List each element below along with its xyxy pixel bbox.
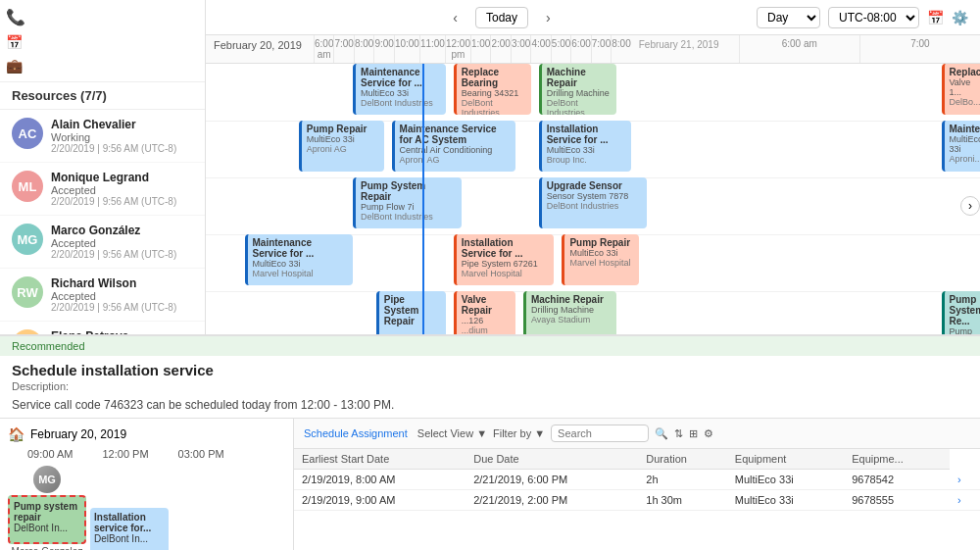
event-card[interactable]: Pump Repair MultiEco 33i Marvel Hospital: [562, 234, 639, 285]
event-title: Pump Repair: [569, 237, 634, 248]
settings2-icon[interactable]: ⚙: [704, 427, 713, 440]
nav-center: ‹ Today ›: [447, 7, 556, 28]
avatar: RW: [12, 276, 43, 308]
resource-time: 2/20/2019 | 9:56 AM (UTC-8): [51, 143, 193, 154]
resource-status: Accepted: [51, 184, 193, 196]
event-card[interactable]: Machine Repair Drilling Machine DelBont …: [539, 64, 616, 115]
event-title: Installation Service for ...: [462, 237, 550, 259]
event-card[interactable]: Pump Repair MultiEco 33i Aproni AG: [299, 121, 384, 172]
event-title: Pump System Repair: [361, 180, 457, 202]
time-label: 10:00: [394, 35, 419, 63]
columns-icon[interactable]: ⊞: [689, 427, 698, 440]
avatar: AC: [12, 118, 43, 149]
filter-by-btn[interactable]: Filter by ▼: [493, 427, 545, 439]
event-org: Aproni AG: [307, 144, 379, 154]
event-org: DelBont Industries: [462, 98, 526, 115]
event-card[interactable]: Maintenance Service for ... MultiEco 33i…: [245, 234, 354, 285]
sidebar-icon-group: 📞 📅 💼: [0, 0, 205, 82]
time-label: 1:00: [470, 35, 490, 63]
resource-time: 2/20/2019 | 9:56 AM (UTC-8): [51, 302, 193, 313]
briefcase-icon[interactable]: 💼: [6, 58, 199, 74]
phone-icon[interactable]: 📞: [6, 8, 199, 26]
resource-item[interactable]: RW Richard Wilson Accepted 2/20/2019 | 9…: [0, 269, 205, 322]
popup-times: 09:00 AM 12:00 PM 03:00 PM: [206, 448, 285, 460]
calendar-icon2[interactable]: 📅: [927, 10, 944, 25]
event-sub: MultiEco 33i: [950, 134, 981, 154]
timezone-select[interactable]: UTC-08:00: [828, 7, 919, 28]
table-row[interactable]: 2/19/2019, 8:00 AM2/21/2019, 6:00 PM2hMu…: [294, 470, 980, 490]
resource-item[interactable]: MG Marco González Accepted 2/20/2019 | 9…: [0, 216, 205, 269]
calendar-body: 9:41 › Maintenance Service for ... Multi…: [206, 64, 980, 348]
time-header-right: 6:00 am7:00: [739, 35, 980, 63]
event-title: Maintenance Service for AC System: [400, 124, 511, 145]
table-cell: 9678555: [844, 490, 950, 511]
time-label-right: 6:00 am: [739, 35, 859, 63]
table-cell: 1h 30m: [638, 490, 727, 511]
event-title: Valve Repair: [462, 294, 511, 316]
event-title: Upgrade Sensor: [547, 180, 643, 191]
event-org: DelBo...: [950, 97, 981, 107]
resource-item[interactable]: ML Monique Legrand Accepted 2/20/2019 | …: [0, 163, 205, 216]
popup-right-header: Schedule Assignment Select View ▼ Filter…: [294, 419, 980, 449]
event-title: Machine Repair: [547, 67, 612, 88]
avatar: ML: [12, 171, 43, 202]
table-col-header: Duration: [638, 449, 727, 470]
event-title: Maintenance Service for ...: [361, 67, 441, 88]
event-sub: Sensor System 7878: [547, 191, 643, 201]
popup-location-row: 🏠 February 20, 2019: [206, 426, 285, 442]
event-org: DelBont Industries: [547, 201, 643, 211]
event-sub: Bearing 34321: [462, 88, 526, 98]
table-cell: 2h: [638, 470, 727, 490]
time-label: 2:00: [490, 35, 510, 63]
event-card[interactable]: Pump System Repair Pump Flow 7i DelBont …: [353, 177, 462, 228]
event-org: Aproni AG: [400, 155, 511, 165]
event-card[interactable]: Mainte... MultiEco 33i Aproni...: [942, 121, 981, 172]
resource-time: 2/20/2019 | 9:56 AM (UTC-8): [51, 249, 193, 260]
row-expand-icon[interactable]: ›: [950, 470, 980, 490]
resource-status: Accepted: [51, 237, 193, 249]
resource-info: Richard Wilson Accepted 2/20/2019 | 9:56…: [51, 276, 193, 313]
resource-name: Richard Wilson: [51, 276, 193, 290]
event-sub: Pipe System 67261: [462, 259, 550, 269]
event-sub: Valve 1...: [950, 77, 981, 97]
calendar-icon[interactable]: 📅: [6, 34, 199, 50]
schedule-popup: Recommended Schedule installation servic…: [206, 334, 980, 550]
next-arrow[interactable]: ›: [540, 8, 557, 27]
search-input[interactable]: [551, 425, 649, 442]
event-sub: Pump Flow 7i: [361, 202, 457, 212]
time-label: 4:00: [530, 35, 550, 63]
settings-icon[interactable]: ⚙️: [952, 10, 968, 25]
view-select[interactable]: Day Week: [757, 7, 820, 28]
event-card[interactable]: Replac... Valve 1... DelBo...: [942, 64, 981, 115]
row-expand-icon[interactable]: ›: [950, 490, 980, 511]
prev-arrow[interactable]: ‹: [447, 8, 464, 27]
today-button[interactable]: Today: [475, 7, 528, 28]
schedule-assignment-tab[interactable]: Schedule Assignment: [304, 427, 408, 439]
select-view-btn[interactable]: Select View ▼: [417, 427, 487, 439]
popup-body: 🏠 February 20, 2019 09:00 AM 12:00 PM 03…: [206, 418, 980, 550]
event-sub: Drilling Machine: [531, 305, 612, 315]
assignment-table-header: Earliest Start DateDue DateDurationEquip…: [294, 449, 980, 470]
event-org: Avaya Stadium: [531, 315, 612, 325]
sort-icon[interactable]: ⇅: [674, 427, 683, 440]
event-org: Marvel Hospital: [569, 258, 634, 268]
popup-filter-row: Select View ▼ Filter by ▼ 🔍 ⇅ ⊞ ⚙: [417, 425, 713, 442]
resource-item[interactable]: AC Alain Chevalier Working 2/20/2019 | 9…: [0, 110, 205, 163]
event-title: Installation Service for ...: [547, 124, 627, 145]
date-right: February 21, 2019: [631, 35, 739, 63]
table-row[interactable]: 2/19/2019, 9:00 AM2/21/2019, 2:00 PM1h 3…: [294, 490, 980, 511]
time-indicator: 9:41: [422, 64, 424, 348]
event-card[interactable]: Upgrade Sensor Sensor System 7878 DelBon…: [539, 177, 648, 228]
event-org: Broup Inc.: [547, 155, 627, 165]
event-card[interactable]: Replace Bearing Bearing 34321 DelBont In…: [454, 64, 531, 115]
time-label: 7:00: [333, 35, 353, 63]
table-header-row: Earliest Start DateDue DateDurationEquip…: [294, 449, 980, 470]
event-org: Aproni...: [950, 154, 981, 164]
event-card[interactable]: Maintenance Service for AC System Centra…: [392, 121, 515, 172]
popup-table-wrapper: Earliest Start DateDue DateDurationEquip…: [294, 449, 980, 511]
table-cell: 2/19/2019, 8:00 AM: [294, 470, 466, 490]
event-card[interactable]: Maintenance Service for ... MultiEco 33i…: [353, 64, 446, 115]
event-card[interactable]: Installation Service for ... Pipe System…: [454, 234, 555, 285]
scroll-right-arrow[interactable]: ›: [960, 196, 980, 216]
event-card[interactable]: Installation Service for ... MultiEco 33…: [539, 121, 632, 172]
